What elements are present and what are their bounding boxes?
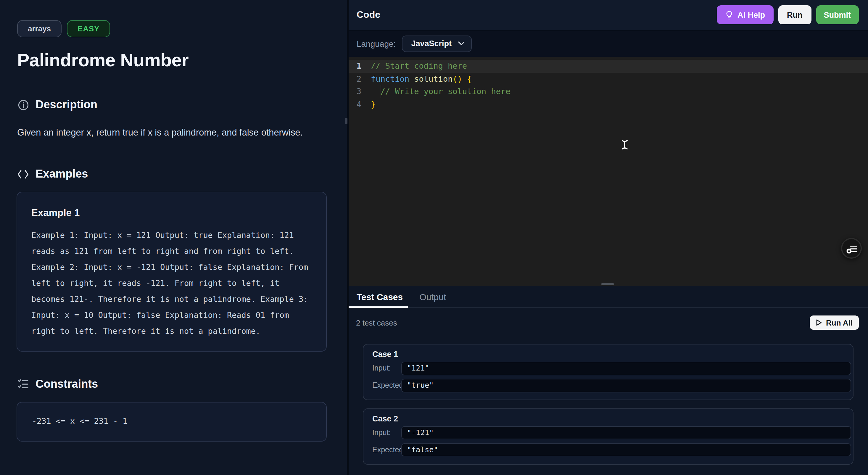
- code-token: [409, 74, 414, 83]
- tests-toolbar: 2 test cases Run All: [348, 315, 868, 330]
- difficulty-badge: EASY: [67, 20, 110, 37]
- active-tab-underline: [348, 306, 407, 308]
- info-circle-icon: [17, 99, 29, 111]
- ai-help-button[interactable]: AI Help: [717, 6, 773, 25]
- text-ibeam-cursor: [621, 139, 628, 154]
- input-label: Input:: [372, 428, 391, 437]
- floating-test-widget-button[interactable]: [841, 238, 862, 259]
- editor-resize-handle[interactable]: [601, 283, 614, 285]
- line-number: 3: [348, 85, 371, 98]
- line-number: 4: [348, 98, 371, 111]
- tab-row: Test Cases Output: [348, 286, 868, 308]
- code-token: solution: [414, 74, 453, 83]
- expected-label: Expected:: [372, 381, 405, 389]
- problem-title: Palindrome Number: [17, 50, 188, 71]
- case-name: Case 2: [372, 414, 398, 423]
- code-line-3: 3 // Write your solution here: [348, 85, 868, 98]
- language-label: Language:: [356, 39, 396, 49]
- tag-row: arrays EASY: [17, 20, 110, 37]
- code-token: () {: [453, 74, 472, 83]
- input-label: Input:: [372, 364, 391, 372]
- code-token: function: [371, 74, 409, 83]
- code-header: Code AI Help Run Submit: [348, 0, 868, 30]
- case1-input-field[interactable]: "121": [401, 362, 851, 375]
- language-bar: Language: JavaScript: [348, 30, 868, 57]
- code-token: // Start coding here: [371, 61, 467, 70]
- description-heading-label: Description: [35, 98, 97, 111]
- constraints-heading: Constraints: [17, 378, 98, 391]
- run-button[interactable]: Run: [778, 6, 811, 25]
- line-number: 1: [348, 60, 371, 72]
- language-select[interactable]: JavaScript: [402, 35, 472, 52]
- test-count-label: 2 test cases: [356, 318, 397, 327]
- play-icon: [816, 319, 823, 326]
- code-editor[interactable]: 1 // Start coding here 2 function soluti…: [348, 57, 868, 286]
- code-line-2: 2 function solution() {: [348, 72, 868, 85]
- chevron-down-icon: [458, 42, 465, 46]
- examples-heading: Examples: [17, 167, 88, 181]
- case1-expected-field[interactable]: "true": [401, 379, 851, 392]
- ai-help-label: AI Help: [738, 11, 765, 20]
- run-all-label: Run All: [826, 318, 852, 327]
- code-brackets-icon: [17, 168, 29, 180]
- constraints-text: -231 <= x <= 231 - 1: [32, 417, 326, 425]
- case2-expected-field[interactable]: "false": [401, 443, 851, 456]
- test-case-card-2: Case 2 Input: "-121" Expected: "false": [363, 408, 853, 464]
- checklist-icon: [17, 378, 29, 390]
- constraints-card: -231 <= x <= 231 - 1: [17, 402, 327, 442]
- case2-input-field[interactable]: "-121": [401, 426, 851, 439]
- case-name: Case 1: [372, 350, 398, 359]
- code-line-1: 1 // Start coding here: [348, 60, 868, 72]
- code-panel-title: Code: [356, 10, 380, 21]
- example-text: Example 1: Input: x = 121 Output: true E…: [31, 227, 315, 339]
- tab-output[interactable]: Output: [411, 286, 454, 307]
- tab-test-cases[interactable]: Test Cases: [348, 286, 411, 307]
- code-panel: Code AI Help Run Submit Language: [348, 0, 868, 475]
- header-buttons: AI Help Run Submit: [717, 6, 859, 25]
- description-heading: Description: [17, 98, 97, 111]
- code-token: // Write your solution here: [371, 87, 510, 96]
- examples-heading-label: Examples: [35, 167, 88, 181]
- test-panel: Test Cases Output 2 test cases Run All C…: [348, 286, 868, 475]
- run-all-button[interactable]: Run All: [810, 315, 859, 330]
- language-value: JavaScript: [411, 39, 452, 48]
- app-viewport: arrays EASY Palindrome Number Descriptio…: [0, 0, 868, 475]
- lightbulb-icon: [725, 11, 733, 20]
- test-list-icon: [845, 242, 858, 255]
- example-card: Example 1 Example 1: Input: x = 121 Outp…: [17, 192, 327, 352]
- example-label: Example 1: [31, 207, 326, 218]
- tag-arrays: arrays: [17, 20, 62, 37]
- code-line-4: 4 }: [348, 98, 868, 111]
- constraints-heading-label: Constraints: [35, 378, 98, 391]
- code-token: }: [371, 99, 376, 108]
- line-number: 2: [348, 72, 371, 85]
- panel-resize-handle[interactable]: [345, 118, 347, 124]
- indent-guide: [380, 85, 381, 98]
- test-case-card-1: Case 1 Input: "121" Expected: "true": [363, 344, 853, 400]
- submit-button[interactable]: Submit: [816, 6, 859, 25]
- expected-label: Expected:: [372, 445, 405, 454]
- description-text: Given an integer x, return true if x is …: [17, 127, 303, 138]
- problem-panel: arrays EASY Palindrome Number Descriptio…: [0, 0, 347, 475]
